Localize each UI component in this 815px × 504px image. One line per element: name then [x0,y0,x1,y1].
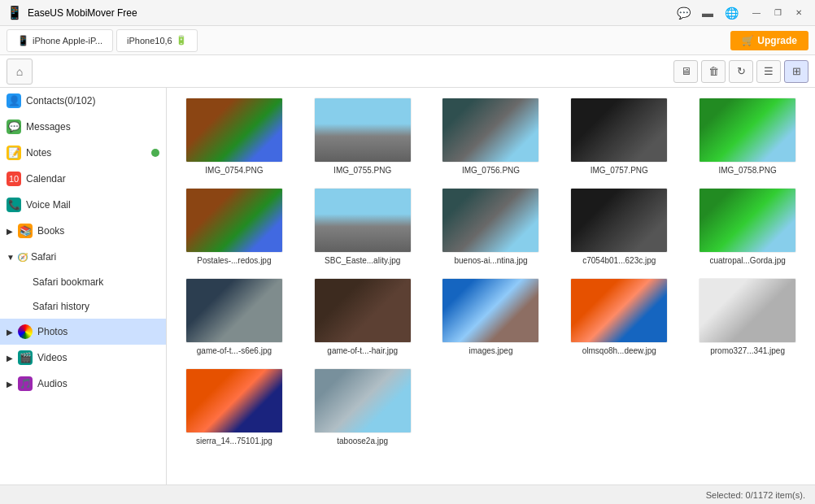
sidebar-item-voicemail[interactable]: 📞 Voice Mail [0,192,166,218]
contacts-icon: 👤 [7,93,21,108]
image-cell-15[interactable]: sierra_14...75101.jpg [173,365,295,449]
image-thumb-3 [570,98,668,163]
sidebar-item-calendar[interactable]: 10 Calendar [0,166,166,192]
sidebar-item-safari-bookmark[interactable]: Safari bookmark [0,270,166,294]
image-thumb-14 [699,278,796,343]
notes-label: Notes [26,147,146,159]
sidebar-item-audios[interactable]: ▶ 🎵 Audios [0,371,166,397]
image-cell-6[interactable]: SBC_Easte...ality.jpg [302,185,424,268]
image-cell-4[interactable]: IMG_0758.PNG [686,94,808,178]
grid-view-button[interactable]: ⊞ [784,60,808,83]
chat-icon[interactable]: 💬 [673,5,694,21]
image-filename-4: IMG_0758.PNG [719,166,777,175]
delete-icon: 🗑 [708,65,719,77]
device-tab-1[interactable]: 📱 iPhone Apple-iP... [7,29,113,52]
content-area: IMG_0754.PNGIMG_0755.PNGIMG_0756.PNGIMG_… [167,88,815,484]
image-thumb-15 [185,368,283,433]
refresh-icon: ↻ [737,65,746,77]
app-title: EaseUS MobiMover Free [28,7,137,19]
sidebar-item-contacts[interactable]: 👤 Contacts(0/102) [0,88,166,114]
toolbar: ⌂ 🖥 🗑 ↻ ☰ ⊞ [0,55,815,88]
minimize-icon[interactable]: ▬ [699,5,717,21]
image-thumb-12 [442,278,539,343]
globe-icon[interactable]: 🌐 [721,5,742,21]
image-filename-16: taboose2a.jpg [337,437,388,445]
win-minimize-button[interactable]: — [747,3,766,23]
image-cell-14[interactable]: promo327...341.jpeg [686,275,808,358]
sidebar-item-videos[interactable]: ▶ 🎬 Videos [0,345,166,371]
image-filename-13: olmsqo8h...deew.jpg [582,346,656,355]
calendar-label: Calendar [26,173,159,185]
refresh-button[interactable]: ↻ [729,60,753,83]
battery-icon: 🔋 [176,35,187,46]
image-cell-16[interactable]: taboose2a.jpg [302,365,424,449]
image-filename-0: IMG_0754.PNG [205,166,263,175]
image-cell-11[interactable]: game-of-t...-hair.jpg [302,275,424,358]
audios-chevron: ▶ [7,380,13,389]
photos-chevron: ▶ [7,328,13,337]
device-tab-2[interactable]: iPhone10,6 🔋 [116,29,198,52]
image-thumb-0 [185,98,283,163]
image-cell-12[interactable]: images.jpeg [430,275,552,358]
books-label: Books [37,225,159,237]
safari-history-label: Safari history [33,301,89,312]
image-cell-10[interactable]: game-of-t...-s6e6.jpg [173,275,295,358]
delete-button[interactable]: 🗑 [701,60,726,83]
voicemail-icon: 📞 [7,198,21,212]
image-cell-1[interactable]: IMG_0755.PNG [302,94,424,178]
image-filename-11: game-of-t...-hair.jpg [327,346,398,355]
image-cell-9[interactable]: cuatropal...Gorda.jpg [686,185,808,268]
safari-icon: 🧭 [18,253,28,262]
safari-chevron: ▼ [7,253,15,262]
image-filename-12: images.jpeg [469,346,513,355]
sidebar-item-books[interactable]: ▶ 📚 Books [0,218,166,244]
sidebar-item-safari-history[interactable]: Safari history [0,294,166,319]
statusbar: Selected: 0/1172 item(s). [0,484,815,504]
voicemail-label: Voice Mail [26,199,159,211]
device-tabs: 📱 iPhone Apple-iP... iPhone10,6 🔋 [7,29,198,52]
list-icon: ☰ [764,65,774,77]
screen-button[interactable]: 🖥 [673,60,698,83]
titlebar-icons: 💬 ▬ 🌐 — ❐ ✕ [673,3,808,23]
image-thumb-13 [570,278,668,343]
sidebar-item-notes[interactable]: 📝 Notes [0,140,166,166]
devicebar: 📱 iPhone Apple-iP... iPhone10,6 🔋 🛒 Upgr… [0,26,815,55]
contacts-label: Contacts(0/102) [26,95,159,106]
sidebar-item-safari[interactable]: ▼ 🧭 Safari [0,244,166,270]
videos-label: Videos [37,352,159,363]
status-text: Selected: 0/1172 item(s). [706,490,805,500]
image-filename-1: IMG_0755.PNG [333,166,391,175]
image-thumb-2 [442,98,539,163]
upgrade-button[interactable]: 🛒 Upgrade [730,31,808,50]
win-close-button[interactable]: ✕ [789,3,808,23]
image-filename-7: buenos-ai...ntina.jpg [454,256,527,265]
image-thumb-6 [314,188,412,253]
sidebar-item-messages[interactable]: 💬 Messages [0,114,166,140]
image-filename-9: cuatropal...Gorda.jpg [709,256,785,265]
image-cell-2[interactable]: IMG_0756.PNG [430,94,552,178]
image-cell-0[interactable]: IMG_0754.PNG [173,94,295,178]
image-filename-2: IMG_0756.PNG [462,166,520,175]
image-cell-13[interactable]: olmsqo8h...deew.jpg [558,275,680,358]
app-icon: 📱 [7,5,23,20]
toolbar-right: 🖥 🗑 ↻ ☰ ⊞ [673,60,808,83]
home-button[interactable]: ⌂ [7,59,33,85]
list-view-button[interactable]: ☰ [756,60,781,83]
image-cell-7[interactable]: buenos-ai...ntina.jpg [430,185,552,268]
upgrade-label: Upgrade [757,35,797,46]
image-cell-5[interactable]: Postales-...redos.jpg [173,185,295,268]
titlebar: 📱 EaseUS MobiMover Free 💬 ▬ 🌐 — ❐ ✕ [0,0,815,26]
image-cell-3[interactable]: IMG_0757.PNG [558,94,680,178]
sidebar-item-photos[interactable]: ▶ Photos [0,319,166,345]
messages-icon: 💬 [7,119,21,134]
win-controls: — ❐ ✕ [747,3,808,23]
safari-label: Safari [31,251,56,263]
image-thumb-4 [699,98,796,163]
home-icon: ⌂ [16,65,23,78]
image-filename-5: Postales-...redos.jpg [197,256,271,265]
image-thumb-8 [570,188,668,253]
image-cell-8[interactable]: c7054b01...623c.jpg [558,185,680,268]
win-restore-button[interactable]: ❐ [768,3,787,23]
image-thumb-16 [314,368,412,433]
image-filename-8: c7054b01...623c.jpg [582,256,656,265]
